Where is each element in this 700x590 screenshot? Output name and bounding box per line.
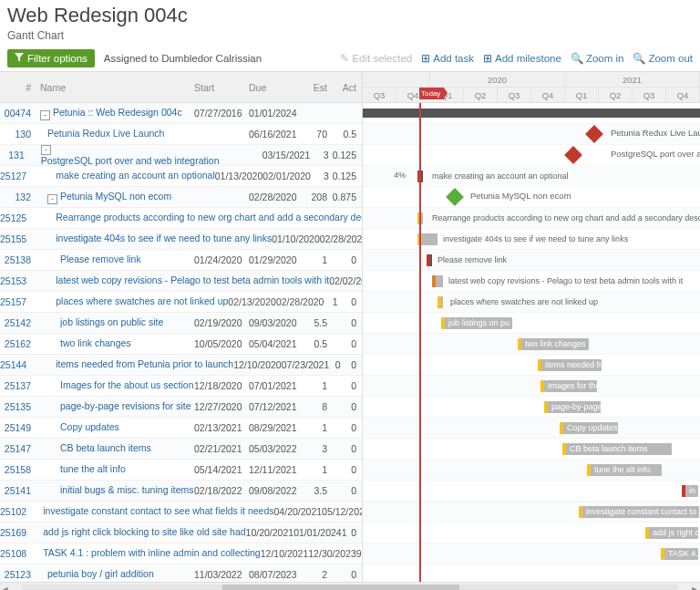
scroll-right-icon[interactable]: ► bbox=[689, 585, 700, 591]
task-name-link[interactable]: CB beta launch items bbox=[60, 442, 151, 453]
table-row[interactable]: 25137Images for the about us section12/1… bbox=[0, 376, 362, 397]
task-id-link[interactable]: 25153 bbox=[0, 275, 26, 286]
table-row[interactable]: 132-Petunia MySQL non ecom02/28/20202080… bbox=[0, 187, 362, 208]
task-id-link[interactable]: 25162 bbox=[5, 338, 31, 349]
task-id-link[interactable]: 25102 bbox=[0, 506, 26, 517]
task-name-link[interactable]: PostgreSQL port over and web integration bbox=[41, 155, 220, 166]
task-id-link[interactable]: 25142 bbox=[5, 317, 31, 328]
task-bar[interactable]: job listings on pu bbox=[441, 317, 512, 329]
task-name-link[interactable]: make creating an account an optional bbox=[56, 170, 215, 181]
task-bar[interactable]: Copy updates bbox=[560, 422, 618, 434]
task-name-link[interactable]: items needed from Petunia prior to launc… bbox=[56, 358, 233, 369]
task-bar[interactable]: add js right clic bbox=[645, 527, 698, 539]
summary-bar[interactable] bbox=[363, 109, 700, 118]
table-row[interactable]: 25135page-by-page revisions for site12/2… bbox=[0, 397, 362, 418]
table-row[interactable]: 25102investigate constant contact to see… bbox=[0, 502, 362, 523]
task-name-link[interactable]: tune the alt info bbox=[60, 463, 126, 474]
col-header-id[interactable]: # bbox=[0, 82, 35, 93]
scroll-thumb[interactable] bbox=[222, 585, 459, 591]
task-bar[interactable]: CB beta launch items bbox=[562, 443, 672, 455]
task-name-link[interactable]: Petunia :: Web Redesign 004c bbox=[53, 107, 182, 118]
filter-options-button[interactable]: Filter options bbox=[7, 49, 95, 67]
table-row[interactable]: 25123petunia boy / girl addition11/03/20… bbox=[0, 564, 362, 582]
task-name-link[interactable]: places where swatches are not linked up bbox=[56, 295, 228, 306]
scroll-left-icon[interactable]: ◄ bbox=[0, 585, 11, 591]
task-id-link[interactable]: 25138 bbox=[5, 254, 31, 265]
col-header-est[interactable]: Est bbox=[304, 82, 331, 93]
task-id-link[interactable]: 00474 bbox=[5, 108, 31, 119]
col-header-act[interactable]: Act bbox=[331, 82, 362, 93]
zoom-out-button[interactable]: 🔍 Zoom out bbox=[633, 52, 693, 65]
milestone-diamond[interactable] bbox=[564, 146, 582, 164]
task-bar[interactable] bbox=[438, 296, 443, 308]
table-row[interactable]: 25153latest web copy revisions - Pelago … bbox=[0, 271, 362, 292]
table-row[interactable]: 25144items needed from Petunia prior to … bbox=[0, 355, 362, 376]
table-row[interactable]: 25158tune the alt info05/14/202112/11/20… bbox=[0, 460, 362, 481]
task-name-link[interactable]: Rearrange products according to new org … bbox=[56, 212, 363, 223]
task-bar[interactable]: TASK 4.1 bbox=[661, 548, 698, 560]
task-id-link[interactable]: 25137 bbox=[5, 380, 31, 391]
task-name-link[interactable]: Petunia Redux Live Launch bbox=[47, 128, 164, 139]
assigned-filter-chip[interactable]: Assigned to Dumbledor Calrissian bbox=[104, 53, 262, 64]
task-name-link[interactable]: TASK 4.1 : problem with inline admin and… bbox=[43, 547, 261, 558]
task-bar[interactable]: two link changes bbox=[518, 338, 589, 350]
table-row[interactable]: 131-PostgreSQL port over and web integra… bbox=[0, 145, 362, 166]
task-bar[interactable]: in bbox=[682, 485, 698, 497]
tree-toggle-icon[interactable]: - bbox=[41, 145, 51, 155]
task-id-link[interactable]: 132 bbox=[15, 191, 31, 202]
task-id-link[interactable]: 25169 bbox=[0, 527, 26, 538]
task-name-link[interactable]: Please remove link bbox=[60, 254, 141, 264]
table-row[interactable]: 25157places where swatches are not linke… bbox=[0, 292, 362, 313]
task-name-link[interactable]: Petunia MySQL non ecom bbox=[60, 191, 171, 202]
gantt-timeline[interactable]: 20202021 Q3Q4Q1Q2Q3Q4Q1Q2Q3Q4 Today Petu… bbox=[363, 72, 700, 582]
table-row[interactable]: 25127make creating an account an optiona… bbox=[0, 166, 362, 187]
col-header-start[interactable]: Start bbox=[194, 82, 249, 93]
task-name-link[interactable]: petunia boy / girl addition bbox=[47, 568, 154, 579]
task-bar[interactable]: items needed from bbox=[538, 359, 602, 371]
table-row[interactable]: 00474-Petunia :: Web Redesign 004c07/27/… bbox=[0, 103, 362, 124]
task-bar[interactable]: Images for the a bbox=[540, 380, 597, 392]
task-name-link[interactable]: job listings on public site bbox=[60, 316, 163, 327]
milestone-diamond[interactable] bbox=[585, 125, 603, 143]
table-row[interactable]: 25138Please remove link01/24/202001/29/2… bbox=[0, 250, 362, 271]
add-milestone-button[interactable]: ⊞ Add milestone bbox=[483, 52, 561, 65]
task-id-link[interactable]: 131 bbox=[8, 150, 25, 160]
table-row[interactable]: 25169add js right click blocking to site… bbox=[0, 523, 362, 543]
task-id-link[interactable]: 130 bbox=[15, 129, 31, 140]
task-bar[interactable] bbox=[427, 254, 432, 266]
task-id-link[interactable]: 25108 bbox=[0, 548, 26, 559]
task-name-link[interactable]: investigate 404s to see if we need to tu… bbox=[56, 233, 272, 243]
table-row[interactable]: 25125Rearrange products according to new… bbox=[0, 208, 362, 229]
table-row[interactable]: 25142job listings on public site02/19/20… bbox=[0, 313, 362, 334]
table-row[interactable]: 25147CB beta launch items02/21/202105/03… bbox=[0, 439, 362, 460]
task-name-link[interactable]: investigate constant contact to see what… bbox=[43, 505, 273, 516]
task-name-link[interactable]: Images for the about us section bbox=[60, 379, 194, 390]
table-row[interactable]: 25108TASK 4.1 : problem with inline admi… bbox=[0, 543, 362, 564]
task-id-link[interactable]: 25158 bbox=[5, 464, 31, 475]
milestone-diamond[interactable] bbox=[446, 188, 464, 206]
task-id-link[interactable]: 25123 bbox=[5, 569, 31, 580]
table-row[interactable]: 25162two link changes10/05/202005/04/202… bbox=[0, 334, 362, 355]
task-bar[interactable]: page-by-page re bbox=[544, 401, 601, 413]
task-name-link[interactable]: page-by-page revisions for site bbox=[60, 400, 191, 411]
task-id-link[interactable]: 25141 bbox=[5, 485, 31, 496]
zoom-in-button[interactable]: 🔍 Zoom in bbox=[571, 52, 624, 65]
tree-toggle-icon[interactable]: - bbox=[40, 110, 50, 120]
task-bar[interactable] bbox=[432, 275, 443, 287]
task-name-link[interactable]: add js right click blocking to site like… bbox=[43, 526, 245, 537]
add-task-button[interactable]: ⊞ Add task bbox=[421, 52, 474, 65]
task-name-link[interactable]: Copy updates bbox=[60, 421, 119, 432]
task-id-link[interactable]: 25144 bbox=[0, 359, 26, 370]
task-id-link[interactable]: 25147 bbox=[5, 443, 31, 454]
task-name-link[interactable]: initial bugs & misc. tuning items bbox=[60, 484, 193, 495]
task-bar[interactable]: tune the alt info bbox=[587, 464, 662, 476]
horizontal-scrollbar[interactable]: ◄ ► bbox=[0, 582, 700, 590]
task-name-link[interactable]: latest web copy revisions - Pelago to te… bbox=[56, 274, 329, 285]
task-name-link[interactable]: two link changes bbox=[60, 337, 131, 348]
task-id-link[interactable]: 25135 bbox=[5, 401, 31, 412]
tree-toggle-icon[interactable]: - bbox=[47, 194, 57, 204]
task-id-link[interactable]: 25127 bbox=[0, 171, 26, 181]
task-id-link[interactable]: 25125 bbox=[0, 212, 26, 223]
table-row[interactable]: 25149Copy updates02/13/202108/29/202110 bbox=[0, 418, 362, 439]
col-header-due[interactable]: Due bbox=[249, 82, 304, 93]
